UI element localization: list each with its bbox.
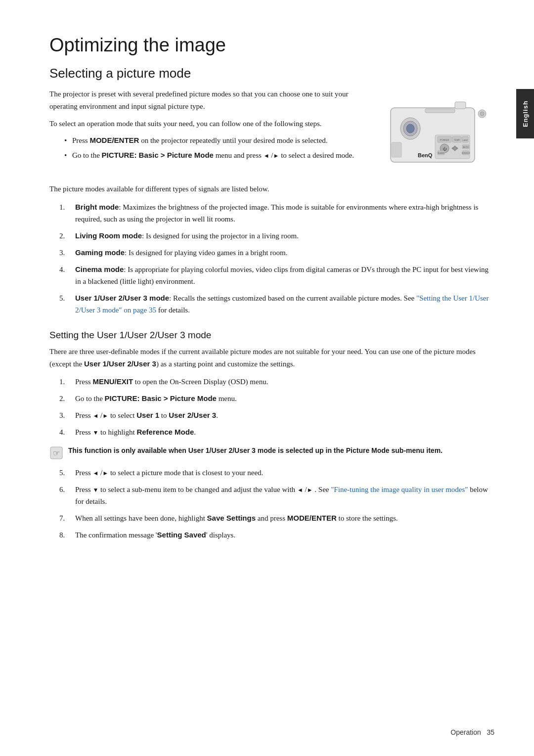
mode-item-2: 2. Living Room mode: Is designed for usi… (59, 230, 494, 242)
bullet-item-1: Press MODE/ENTER on the projector repeat… (64, 134, 371, 146)
gaming-mode-label: Gaming mode (75, 248, 125, 257)
svg-text:TEMP: TEMP (454, 139, 460, 141)
intro-para1: The projector is preset with several pre… (49, 88, 371, 113)
section1-title: Selecting a picture mode (49, 66, 494, 81)
svg-text:SOURCE: SOURCE (461, 152, 470, 154)
mode-enter-bold-step7: MODE/ENTER (287, 514, 337, 522)
arrow-right-step3: ► (102, 412, 108, 419)
footer-page: 35 (487, 728, 494, 736)
livingroom-mode-label: Living Room mode (75, 231, 142, 240)
user123-inline: User 1/User 2/User 3 (84, 359, 156, 368)
mode-item-4: 4. Cinema mode: Is appropriate for playi… (59, 264, 494, 287)
footer: Operation 35 (450, 728, 494, 736)
modes-intro-text: The picture modes available for differen… (49, 183, 494, 195)
step-item-8: 8. The confirmation message 'Setting Sav… (59, 529, 494, 541)
page-container: English Optimizing the image Selecting a… (0, 0, 534, 756)
arrow-right-step6c: ► (307, 487, 313, 493)
svg-rect-4 (425, 109, 455, 113)
mode-enter-kbd: MODE/ENTER (89, 136, 139, 144)
svg-text:⏻: ⏻ (443, 147, 447, 151)
svg-point-28 (480, 112, 484, 116)
svg-text:BLANK: BLANK (438, 152, 444, 154)
note-text: This function is only available when Use… (68, 445, 443, 456)
steps-list-2: 5. Press ◄ /► to select a picture mode t… (59, 467, 494, 541)
footer-label: Operation (450, 728, 481, 736)
step-item-7: 7. When all settings have been done, hig… (59, 512, 494, 524)
note-box: ☞ This function is only available when U… (49, 445, 494, 460)
page-title: Optimizing the image (49, 35, 494, 56)
mode-item-5: 5. User 1/User 2/User 3 mode: Recalls th… (59, 292, 494, 316)
step-item-2: 2. Go to the PICTURE: Basic > Picture Mo… (59, 393, 494, 404)
setting-saved-bold: Setting Saved (157, 531, 206, 539)
language-tab: English (516, 89, 534, 138)
step-item-5: 5. Press ◄ /► to select a picture mode t… (59, 467, 494, 479)
note-strong: This function is only available when Use… (68, 446, 443, 454)
user1-bold: User 1 (136, 411, 159, 419)
svg-rect-26 (455, 102, 466, 109)
bullet-list: Press MODE/ENTER on the projector repeat… (64, 134, 371, 161)
arrow-down-step4: ▼ (92, 429, 98, 436)
save-settings-bold: Save Settings (207, 514, 256, 522)
note-icon: ☞ (49, 446, 63, 460)
section2-title: Setting the User 1/User 2/User 3 mode (49, 330, 494, 341)
picture-basic-bold: PICTURE: Basic > Picture Mode (102, 151, 214, 159)
arrow-right-sym: ► (273, 152, 279, 159)
user23-bold: User 2/User 3 (169, 411, 216, 419)
bullet-item-2: Go to the PICTURE: Basic > Picture Mode … (64, 149, 371, 161)
picture-basic-step2: PICTURE: Basic > Picture Mode (105, 394, 217, 402)
cinema-mode-label: Cinema mode (75, 265, 124, 273)
mode-item-3: 3. Gaming mode: Is designed for playing … (59, 247, 494, 259)
projector-svg: POWER TEMP LAMP ⏻ AUTO (386, 93, 494, 172)
steps-list-1: 1. Press MENU/EXIT to open the On-Screen… (59, 376, 494, 438)
step-item-6: 6. Press ▼ to select a sub-menu item to … (59, 484, 494, 507)
modes-list: 1. Bright mode: Maximizes the brightness… (59, 201, 494, 316)
arrow-left-sym: ◄ (264, 152, 269, 159)
reference-mode-bold: Reference Mode (136, 428, 194, 436)
svg-point-3 (406, 124, 414, 133)
svg-text:LAMP: LAMP (463, 139, 468, 141)
svg-text:POWER: POWER (440, 138, 449, 141)
step-item-4: 4. Press ▼ to highlight Reference Mode. (59, 426, 494, 438)
intro-text-block: The projector is preset with several pre… (49, 88, 371, 174)
intro-para2: To select an operation mode that suits y… (49, 118, 371, 130)
arrow-left-step5: ◄ (92, 470, 98, 477)
arrow-left-step3: ◄ (92, 412, 98, 419)
arrow-down-step6: ▼ (92, 487, 98, 493)
svg-text:BenQ: BenQ (418, 152, 433, 158)
arrow-left-step6b: ◄ (297, 487, 303, 493)
svg-text:AUTO: AUTO (463, 146, 468, 148)
svg-rect-29 (392, 142, 401, 157)
intro-section: The projector is preset with several pre… (49, 88, 494, 174)
fine-tuning-link[interactable]: "Fine-tuning the image quality in user m… (331, 486, 468, 493)
arrow-right-step5b: ► (102, 470, 108, 477)
step-item-3: 3. Press ◄ /► to select User 1 to User 2… (59, 409, 494, 421)
svg-point-18 (453, 147, 457, 150)
svg-text:☞: ☞ (53, 449, 60, 457)
bright-mode-label: Bright mode (75, 203, 119, 211)
step-item-1: 1. Press MENU/EXIT to open the On-Screen… (59, 376, 494, 388)
menu-exit-bold: MENU/EXIT (92, 377, 133, 386)
user-mode-label: User 1/User 2/User 3 mode (75, 294, 169, 302)
section2-intro: There are three user-definable modes if … (49, 346, 494, 370)
mode-item-1: 1. Bright mode: Maximizes the brightness… (59, 201, 494, 225)
projector-image: POWER TEMP LAMP ⏻ AUTO (386, 93, 494, 174)
